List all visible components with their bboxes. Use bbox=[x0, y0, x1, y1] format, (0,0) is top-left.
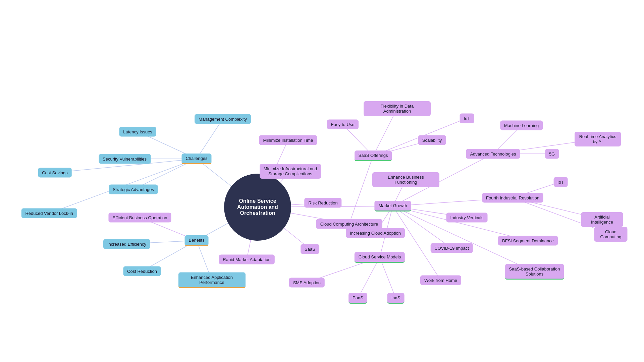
node-iaas[interactable]: IaaS bbox=[387, 293, 405, 304]
node-covid[interactable]: COVID-19 Impact bbox=[430, 243, 473, 253]
node-security[interactable]: Security Vulnerabilities bbox=[99, 154, 151, 164]
node-bfsi[interactable]: BFSI Segment Dominance bbox=[498, 236, 558, 245]
node-cloud-service[interactable]: Cloud Service Models bbox=[355, 252, 405, 263]
node-iot1[interactable]: IoT bbox=[460, 113, 474, 123]
node-cloud-arch[interactable]: Cloud Computing Architecture bbox=[316, 219, 382, 229]
node-challenges[interactable]: Challenges bbox=[181, 154, 211, 164]
node-vendor[interactable]: Reduced Vendor Lock-in bbox=[21, 208, 77, 218]
node-easy-use[interactable]: Easy to Use bbox=[327, 120, 358, 129]
node-enhanced-app[interactable]: Enhanced Application Performance bbox=[178, 273, 246, 288]
node-efficient-biz[interactable]: Efficient Business Operation bbox=[108, 213, 171, 222]
node-minimize-infra[interactable]: Minimize Infrastructural and Storage Com… bbox=[260, 164, 321, 179]
svg-line-28 bbox=[358, 257, 380, 299]
svg-line-29 bbox=[380, 257, 396, 299]
node-industry-vert[interactable]: Industry Verticals bbox=[446, 213, 488, 222]
connections-svg bbox=[0, 0, 644, 362]
node-management[interactable]: Management Complexity bbox=[195, 114, 251, 124]
node-real-time[interactable]: Real-time Analytics by AI bbox=[575, 132, 621, 146]
node-ai[interactable]: Artificial Intelligence bbox=[581, 212, 623, 227]
node-saas-offerings[interactable]: SaaS Offerings bbox=[355, 150, 392, 161]
node-5g[interactable]: 5G bbox=[545, 149, 559, 159]
node-fourth-ind[interactable]: Fourth Industrial Revolution bbox=[482, 193, 543, 203]
node-strategic[interactable]: Strategic Advantages bbox=[109, 185, 158, 194]
node-cost-savings[interactable]: Cost Savings bbox=[38, 168, 72, 178]
node-increasing-cloud[interactable]: Increasing Cloud Adoption bbox=[346, 228, 405, 238]
node-saas-collab[interactable]: SaaS-based Collaboration Solutions bbox=[505, 264, 564, 280]
node-paas[interactable]: PaaS bbox=[348, 293, 367, 304]
node-risk-reduction[interactable]: Risk Reduction bbox=[304, 198, 341, 208]
node-market-growth[interactable]: Market Growth bbox=[374, 201, 411, 212]
node-sme-adoption[interactable]: SME Adoption bbox=[289, 278, 325, 287]
node-flex-data[interactable]: Flexibility in Data Administration bbox=[364, 101, 431, 116]
node-cloud-computing[interactable]: Cloud Computing bbox=[594, 227, 628, 242]
node-minimize-install[interactable]: Minimize Installation Time bbox=[259, 135, 317, 145]
center-node[interactable]: Online Service Automation and Orchestrat… bbox=[224, 174, 291, 241]
node-iot2[interactable]: IoT bbox=[553, 177, 568, 187]
node-cost-reduction[interactable]: Cost Reduction bbox=[123, 266, 161, 276]
node-scalability[interactable]: Scalability bbox=[418, 135, 446, 145]
svg-line-32 bbox=[393, 206, 452, 248]
svg-line-3 bbox=[197, 119, 223, 159]
node-latency[interactable]: Latency Issues bbox=[119, 127, 156, 136]
node-enhance-biz[interactable]: Enhance Business Functioning bbox=[372, 172, 439, 187]
node-benefits[interactable]: Benefits bbox=[185, 235, 209, 246]
node-machine-learn[interactable]: Machine Learning bbox=[500, 120, 543, 130]
node-rapid-market[interactable]: Rapid Market Adaptation bbox=[219, 254, 274, 264]
node-work-home[interactable]: Work from Home bbox=[420, 276, 461, 285]
node-saas-node[interactable]: SaaS bbox=[301, 244, 319, 254]
node-adv-tech[interactable]: Advanced Technologies bbox=[466, 149, 520, 159]
mindmap-canvas: Online Service Automation and Orchestrat… bbox=[0, 0, 644, 362]
svg-line-18 bbox=[349, 156, 373, 224]
node-increased-eff[interactable]: Increased Efficiency bbox=[103, 239, 150, 249]
